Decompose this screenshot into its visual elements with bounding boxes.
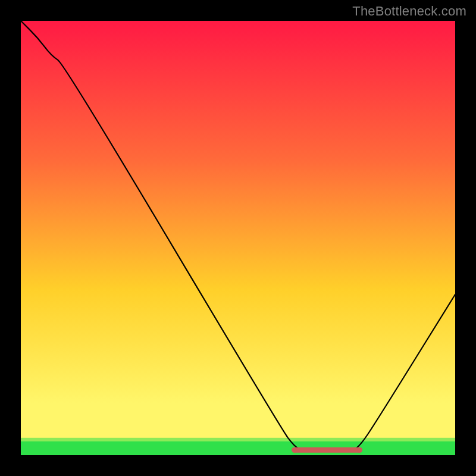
gradient-background <box>21 21 455 455</box>
chart-svg <box>21 21 455 455</box>
plot-area <box>21 21 455 455</box>
svg-rect-0 <box>21 434 455 441</box>
watermark-label: TheBottleneck.com <box>352 4 466 19</box>
svg-point-2 <box>357 447 362 453</box>
chart-frame: TheBottleneck.com <box>0 0 476 476</box>
svg-point-1 <box>292 447 297 453</box>
